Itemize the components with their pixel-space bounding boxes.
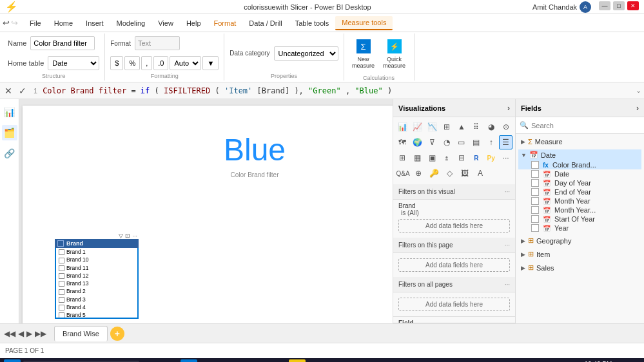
page-nav-next[interactable]: ▶ bbox=[26, 329, 32, 338]
slicer-item[interactable]: Brand 3 bbox=[56, 296, 137, 303]
taskbar-photos[interactable]: 🖼 bbox=[271, 359, 288, 362]
taskbar-chrome[interactable]: 🌐 bbox=[235, 359, 251, 362]
viz-combo-chart[interactable]: ⊞ bbox=[440, 120, 454, 134]
menu-home[interactable]: Home bbox=[48, 17, 79, 30]
filter-page-dots[interactable]: ··· bbox=[505, 242, 510, 249]
menu-file[interactable]: File bbox=[23, 17, 48, 30]
undo-redo-group[interactable]: ↩ ↪ bbox=[3, 18, 18, 28]
field-item-startofyear[interactable]: 📅 Start Of Year bbox=[518, 214, 641, 224]
auto-select[interactable]: Auto bbox=[170, 56, 201, 70]
viz-card[interactable]: ▭ bbox=[455, 135, 469, 149]
formula-expand-button[interactable]: ⌄ bbox=[636, 86, 641, 95]
viz-donut[interactable]: ⊙ bbox=[499, 120, 512, 134]
field-group-geography-header[interactable]: ▶ ⊞ Geography bbox=[518, 235, 641, 246]
field-item-year[interactable]: 📅 Year bbox=[518, 224, 641, 233]
name-input[interactable] bbox=[30, 36, 95, 50]
field-item-endofyear[interactable]: 📅 End of Year bbox=[518, 187, 641, 196]
taskbar-taskview[interactable]: ⊟ bbox=[144, 359, 161, 362]
viz-panel-expand[interactable]: › bbox=[507, 104, 510, 113]
viz-matrix[interactable]: ▦ bbox=[411, 151, 424, 165]
viz-area-chart[interactable]: ▲ bbox=[455, 120, 469, 134]
viz-filled-map[interactable]: 🌍 bbox=[411, 135, 424, 149]
field-group-sales-header[interactable]: ▶ ⊞ Sales bbox=[518, 262, 641, 273]
slicer-item[interactable]: Brand 2 bbox=[56, 287, 137, 295]
page-nav[interactable]: ◀◀ ◀ ▶ ▶▶ bbox=[4, 329, 46, 338]
slicer-filter-icon[interactable]: ▽ bbox=[119, 233, 123, 239]
percent-button[interactable]: % bbox=[124, 56, 140, 70]
viz-more[interactable]: ··· bbox=[499, 151, 512, 165]
nav-model-icon[interactable]: 🔗 bbox=[2, 146, 17, 161]
viz-key-inf[interactable]: 🔑 bbox=[427, 166, 441, 180]
filter-add-page-button[interactable]: Add data fields here bbox=[398, 258, 510, 272]
quick-measure-button[interactable]: ⚡ Quickmeasure bbox=[380, 35, 409, 73]
filter-brand-item[interactable]: Brand bbox=[398, 202, 510, 209]
fields-expand[interactable]: › bbox=[636, 104, 639, 113]
slicer-item[interactable]: Brand 11 bbox=[56, 264, 137, 272]
taskbar-firefox[interactable]: 🦊 bbox=[253, 359, 269, 362]
maximize-button[interactable]: □ bbox=[613, 1, 625, 10]
page-nav-right[interactable]: ▶▶ bbox=[35, 329, 46, 338]
slicer-item[interactable]: Brand 1 bbox=[56, 248, 137, 256]
formula-accept-button[interactable]: ✓ bbox=[17, 86, 28, 96]
taskbar-teams[interactable]: 💼 bbox=[307, 359, 324, 362]
start-button[interactable]: ⊞ bbox=[4, 359, 21, 362]
viz-qna[interactable]: Q&A bbox=[396, 166, 410, 180]
taskbar-edge[interactable]: 🌐 bbox=[181, 359, 197, 362]
field-group-measure-header[interactable]: ▶ Σ Measure bbox=[518, 137, 641, 147]
viz-map[interactable]: 🗺 bbox=[396, 135, 409, 149]
viz-line-chart[interactable]: 📉 bbox=[425, 120, 439, 134]
taskbar-mail[interactable]: 📧 bbox=[199, 359, 215, 362]
field-item-monthyear2[interactable]: 📅 Month Year... bbox=[518, 205, 641, 214]
decrease-decimal-button[interactable]: .0 bbox=[153, 56, 168, 70]
undo-button[interactable]: ↩ bbox=[3, 18, 10, 28]
currency-button[interactable]: $ bbox=[110, 56, 123, 70]
slicer-more-icon[interactable]: ··· bbox=[132, 233, 137, 239]
viz-text[interactable]: A bbox=[473, 166, 487, 180]
menu-view[interactable]: View bbox=[151, 17, 180, 30]
field-item-dayofyear[interactable]: 📅 Day of Year bbox=[518, 178, 641, 187]
field-item-date[interactable]: 📅 Date bbox=[518, 169, 641, 178]
viz-scatter[interactable]: ⠿ bbox=[469, 120, 483, 134]
formula-text[interactable]: Color Brand filter = if ( ISFILTERED ( '… bbox=[43, 86, 633, 95]
fields-search-input[interactable] bbox=[531, 122, 640, 129]
viz-python[interactable]: Py bbox=[484, 151, 498, 165]
slicer-item[interactable]: Brand 10 bbox=[56, 256, 137, 263]
user-avatar[interactable]: A bbox=[580, 1, 591, 13]
slicer-container[interactable]: ▽ ⊡ ··· Brand Brand 1 Brand 10 Brand 11 … bbox=[55, 231, 139, 318]
nav-reports-icon[interactable]: 📊 bbox=[2, 104, 17, 120]
viz-img[interactable]: 🖼 bbox=[458, 166, 472, 180]
field-group-date-header[interactable]: ▼ 📅 Date bbox=[518, 149, 641, 160]
slicer-item[interactable]: Brand 12 bbox=[56, 272, 137, 280]
menu-measure-tools[interactable]: Measure tools bbox=[335, 16, 393, 30]
slicer-item[interactable]: Brand 5 bbox=[56, 311, 137, 319]
filter-allpages-dots[interactable]: ··· bbox=[505, 281, 510, 288]
viz-table[interactable]: ⊞ bbox=[396, 151, 409, 165]
menu-data-drill[interactable]: Data / Drill bbox=[242, 17, 288, 30]
field-item-monthyear[interactable]: 📅 Month Year bbox=[518, 196, 641, 205]
slicer-item[interactable]: Brand 4 bbox=[56, 303, 137, 311]
page-nav-left[interactable]: ◀◀ bbox=[4, 329, 15, 338]
viz-pie[interactable]: ◕ bbox=[484, 120, 498, 134]
field-group-item-header[interactable]: ▶ ⊞ Item bbox=[518, 249, 641, 260]
window-controls[interactable]: Amit Chandak A — □ ✕ bbox=[532, 1, 639, 13]
new-measure-button[interactable]: Σ Newmeasure bbox=[349, 35, 378, 73]
add-tab-button[interactable]: + bbox=[110, 327, 124, 341]
menu-table-tools[interactable]: Table tools bbox=[289, 17, 336, 30]
taskbar-store[interactable]: 🛍 bbox=[217, 359, 233, 362]
viz-waterfall[interactable]: ⩲ bbox=[440, 151, 454, 165]
menu-modeling[interactable]: Modeling bbox=[110, 17, 152, 30]
hometable-select[interactable]: Date bbox=[48, 56, 99, 70]
page-tab-brandwise[interactable]: Brand Wise bbox=[54, 326, 108, 341]
field-item-colorbrand[interactable]: fx Color Brand... bbox=[518, 160, 641, 169]
format-arrow-button[interactable]: ▼ bbox=[202, 56, 219, 70]
slicer-item[interactable]: Brand 13 bbox=[56, 280, 137, 287]
datacategory-select[interactable]: Uncategorized bbox=[274, 46, 338, 61]
taskbar-explorer[interactable]: 📁 bbox=[162, 359, 179, 362]
page-nav-prev[interactable]: ◀ bbox=[18, 329, 24, 338]
filter-add-visual-button[interactable]: Add data fields here bbox=[398, 219, 510, 233]
comma-button[interactable]: , bbox=[141, 56, 152, 70]
viz-bar-chart[interactable]: 📊 bbox=[396, 120, 409, 134]
nav-data-icon[interactable]: 🗂️ bbox=[2, 125, 17, 140]
slicer-expand-icon[interactable]: ⊡ bbox=[125, 233, 130, 239]
viz-r-script[interactable]: R bbox=[469, 151, 483, 165]
